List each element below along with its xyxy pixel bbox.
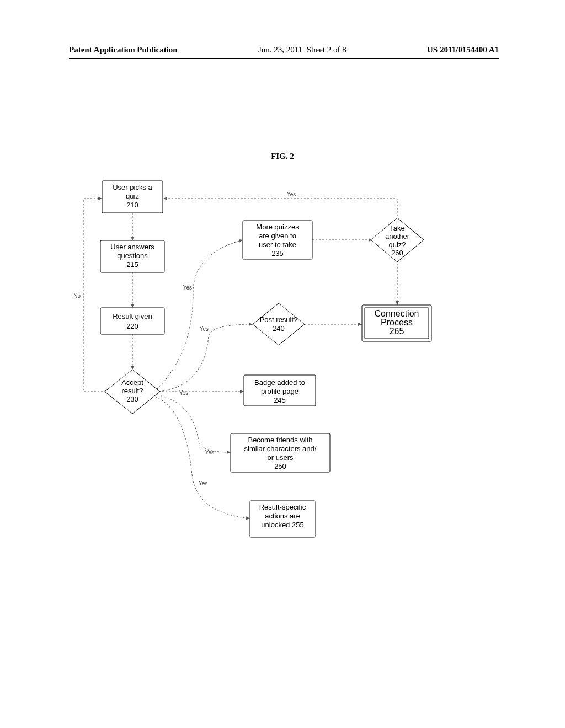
svg-text:Result-specific: Result-specific (259, 503, 306, 511)
svg-text:Connection: Connection (375, 309, 419, 318)
header-left: Patent Application Publication (69, 45, 178, 55)
svg-text:Post result?: Post result? (260, 315, 298, 324)
header-mid: Jun. 23, 2011 Sheet 2 of 8 (258, 45, 347, 55)
label-yes-230: Yes (179, 390, 188, 396)
node-235: More quizzes are given to user to take 2… (243, 221, 312, 259)
svg-text:user to take: user to take (259, 240, 296, 249)
flowchart: No Yes Yes Yes Yes Yes Yes User picks a … (66, 165, 491, 579)
node-260: Take another quiz? 260 (371, 218, 424, 262)
label-yes-235: Yes (183, 285, 192, 291)
svg-text:215: 215 (126, 260, 138, 269)
svg-text:250: 250 (274, 462, 286, 470)
node-230: Accept result? 230 (105, 370, 160, 414)
label-no-230: No (73, 293, 81, 299)
svg-text:profile page: profile page (261, 387, 299, 395)
svg-text:Take: Take (390, 224, 404, 232)
svg-text:More quizzes: More quizzes (256, 223, 299, 231)
svg-text:result?: result? (121, 387, 143, 395)
node-210: User picks a quiz 210 (102, 181, 163, 213)
svg-text:Accept: Accept (121, 378, 143, 387)
label-yes-255: Yes (199, 480, 207, 486)
label-yes-250: Yes (205, 449, 214, 456)
node-215: User answers questions 215 (100, 240, 164, 272)
edge-230-240 (159, 324, 253, 392)
svg-text:quiz?: quiz? (388, 240, 406, 249)
svg-text:265: 265 (390, 326, 404, 336)
svg-text:are given to: are given to (259, 232, 296, 240)
svg-text:User answers: User answers (110, 243, 154, 251)
svg-text:Result given: Result given (113, 312, 152, 320)
svg-text:210: 210 (126, 201, 138, 209)
figure-title: FIG. 2 (0, 152, 565, 161)
node-240: Post result? 240 (253, 303, 305, 345)
svg-text:220: 220 (126, 322, 138, 330)
svg-text:Badge added to: Badge added to (254, 378, 305, 387)
svg-text:or users: or users (268, 453, 294, 462)
svg-text:another: another (385, 232, 410, 240)
page-header: Patent Application Publication Jun. 23, … (0, 45, 565, 59)
svg-text:similar characters and/: similar characters and/ (244, 445, 317, 453)
svg-text:User picks a: User picks a (113, 183, 152, 191)
label-yes-240a: Yes (200, 326, 209, 332)
svg-text:Process: Process (381, 318, 413, 327)
svg-text:235: 235 (271, 249, 284, 258)
svg-text:245: 245 (274, 396, 286, 404)
edge-230-250 (157, 395, 231, 452)
svg-text:240: 240 (273, 324, 285, 333)
node-245: Badge added to profile page 245 (244, 375, 316, 406)
svg-text:230: 230 (126, 395, 138, 403)
svg-text:actions are: actions are (265, 512, 300, 520)
svg-text:quiz: quiz (126, 192, 139, 200)
svg-text:260: 260 (391, 249, 403, 257)
svg-text:unlocked 255: unlocked 255 (261, 521, 303, 529)
node-250: Become friends with similar characters a… (231, 433, 330, 472)
svg-text:questions: questions (117, 251, 148, 260)
edge-230-no-210 (84, 199, 106, 392)
node-265: Connection Process 265 (362, 305, 431, 341)
node-220: Result given 220 (100, 308, 164, 334)
header-rule (69, 58, 499, 59)
edge-260-yes-210 (163, 199, 397, 220)
header-right: US 2011/0154400 A1 (427, 45, 499, 55)
svg-text:Become friends with: Become friends with (248, 436, 312, 444)
label-yes-260: Yes (287, 191, 296, 197)
node-255: Result-specific actions are unlocked 255 (250, 501, 315, 537)
